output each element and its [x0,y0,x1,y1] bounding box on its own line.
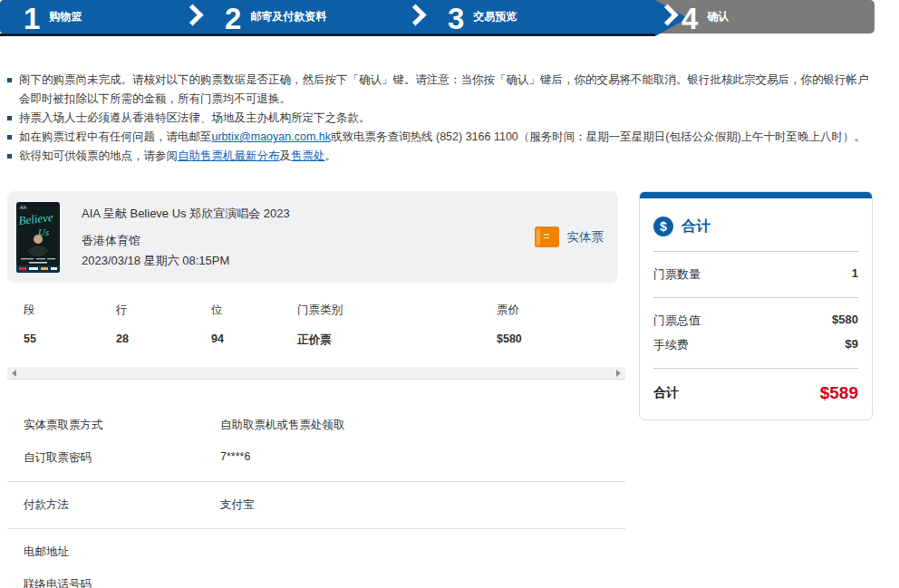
notice-text: 欲得知可供领票的地点，请参阅 [19,149,178,162]
detail-row-email: 电邮地址 [7,545,625,560]
step-label: 确认 [707,9,729,24]
ticket-icon-stripe [536,228,540,246]
event-title: AIA 呈献 Believe Us 郑欣宜演唱会 2023 [82,206,535,222]
email-link[interactable]: urbtix@maoyan.com.hk [212,130,332,143]
col-price: 票价 [497,303,618,318]
detail-label: 电邮地址 [24,545,220,560]
horizontal-scrollbar[interactable] [7,367,625,380]
ticket-icon: = [535,227,559,247]
event-datetime: 2023/03/18 星期六 08:15PM [82,253,535,269]
summary-value: 1 [852,266,858,283]
notice-list: 阁下的购票尚未完成。请核对以下的购票数据是否正确，然后按下「确认」键。请注意：当… [7,71,870,166]
notice-item: 欲得知可供领票的地点，请参阅自助售票机最新分布及售票处。 [7,147,870,166]
summary-label: 门票总值 [653,313,701,329]
checkout-stepper: 1 购物篮 2 邮寄及付款资料 3 交易预览 4 确认 [0,0,875,38]
dollar-circle-icon: $ [653,217,673,236]
cell-ticket-type: 正价票 [297,333,497,348]
box-office-link[interactable]: 售票处 [291,149,325,162]
step-label: 邮寄及付款资料 [250,9,326,24]
divider [7,528,625,529]
summary-value: $580 [832,313,858,329]
divider [653,368,858,369]
notice-text: 。 [325,149,337,162]
summary-header: $ 合计 [653,217,858,236]
summary-title: 合计 [682,217,710,236]
divider [653,297,858,298]
summary-row-service-fee: 手续费 $9 [653,337,858,353]
order-detail-column: AIA Believe Us AIA 呈献 Believ [7,191,618,588]
detail-value: 支付宝 [220,497,625,513]
divider [653,251,858,252]
stepper-underline [0,34,655,36]
notice-text: 如在购票过程中有任何问题，请电邮至 [19,130,212,143]
total-label: 合计 [653,385,679,401]
step-label: 购物篮 [49,9,82,24]
total-value: $589 [820,383,858,403]
detail-value [220,545,625,560]
detail-label: 自订取票密码 [24,450,220,466]
stepper-step-mailing-payment: 2 邮寄及付款资料 [225,0,326,36]
event-card: AIA Believe Us AIA 呈献 Believ [7,191,618,283]
summary-row-ticket-subtotal: 门票总值 $580 [653,313,858,329]
step-number: 3 [448,2,463,35]
detail-value: 7****6 [220,450,625,466]
ticket-icon-glyph: = [544,230,555,243]
scroll-right-icon[interactable] [616,370,621,377]
detail-label: 联络电话号码 [24,577,220,588]
detail-row-phone: 联络电话号码 [7,577,625,588]
col-seat: 位 [211,303,297,318]
seat-table-header: 段 行 位 门票类别 票价 [7,303,618,318]
summary-value: $9 [846,337,858,353]
summary-total-row: 合计 $589 [653,383,858,403]
detail-row-pickup-code: 自订取票密码 7****6 [7,450,625,466]
summary-body: $ 合计 门票数量 1 门票总值 $580 手续费 $9 合计 $589 [640,198,872,419]
notice-item: 如在购票过程中有任何问题，请电邮至urbtix@maoyan.com.hk或致电… [7,128,870,147]
summary-label: 手续费 [653,337,689,353]
detail-row-payment-method: 付款方法 支付宝 [7,497,625,513]
col-section: 段 [24,303,116,318]
detail-value: 自助取票机或售票处领取 [220,418,625,433]
stepper-step-confirm: 4 确认 [682,0,729,36]
event-venue: 香港体育馆 [82,233,535,249]
notice-item: 持票入场人士必须遵从香港特区法律、场地及主办机构所定下之条款。 [7,109,870,128]
divider [7,481,625,482]
notice-text: 阁下的购票尚未完成。请核对以下的购票数据是否正确，然后按下「确认」键。请注意：当… [19,73,869,105]
detail-value [220,577,625,588]
ticket-type-label: 实体票 [567,229,604,246]
stepper-step-transaction-preview: 3 交易预览 [448,0,517,36]
notice-text: 及 [280,149,292,162]
event-info: AIA 呈献 Believe Us 郑欣宜演唱会 2023 香港体育馆 2023… [82,202,535,272]
summary-row-ticket-count: 门票数量 1 [653,266,858,283]
svg-text:AIA: AIA [20,206,26,210]
col-ticket-type: 门票类别 [297,303,497,318]
seat-table: 段 行 位 门票类别 票价 55 28 94 正价票 $580 [7,303,618,380]
detail-label: 付款方法 [24,497,220,513]
summary-top-accent [640,192,872,198]
seat-table-row: 55 28 94 正价票 $580 [7,333,618,348]
notice-text: 或致电票务查询热线 (852) 3166 1100（服务时间：星期一至星期日(包… [331,130,865,143]
cell-section: 55 [24,333,116,348]
step-number: 2 [225,2,240,35]
scroll-left-icon[interactable] [12,370,16,377]
cell-seat: 94 [211,333,297,348]
main-content: AIA Believe Us AIA 呈献 Believ [7,191,899,588]
notice-text: 持票入场人士必须遵从香港特区法律、场地及主办机构所定下之条款。 [19,111,371,124]
event-poster-image: AIA Believe Us [16,202,60,273]
notice-item: 阁下的购票尚未完成。请核对以下的购票数据是否正确，然后按下「确认」键。请注意：当… [7,71,870,109]
step-label: 交易预览 [473,9,517,24]
stepper-step-cart: 1 购物篮 [24,0,82,36]
col-row: 行 [116,303,211,318]
stepper-active-band [0,0,655,34]
order-details: 实体票取票方式 自助取票机或售票处领取 自订取票密码 7****6 付款方法 支… [7,418,625,588]
ticket-type-badge: = 实体票 [535,227,604,247]
cell-row: 28 [116,333,211,348]
ticket-machine-map-link[interactable]: 自助售票机最新分布 [178,149,280,162]
cell-price: $580 [497,333,618,348]
detail-label: 实体票取票方式 [24,418,220,433]
detail-row-pickup-method: 实体票取票方式 自助取票机或售票处领取 [7,418,625,433]
summary-label: 门票数量 [653,266,701,283]
total-summary-card: $ 合计 门票数量 1 门票总值 $580 手续费 $9 合计 $589 [639,191,873,420]
step-number: 4 [682,2,697,35]
step-number: 1 [24,2,39,35]
